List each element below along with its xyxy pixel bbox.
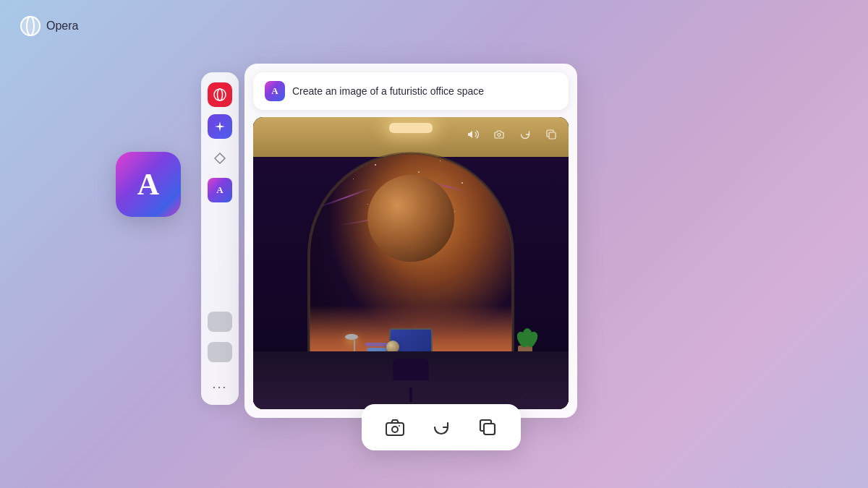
svg-point-4 [218, 89, 223, 100]
sidebar: A ··· [201, 72, 239, 405]
sidebar-item-aria[interactable] [208, 114, 232, 139]
sidebar-more-button[interactable]: ··· [212, 380, 227, 394]
opera-logo-area: Opera [20, 16, 78, 36]
arc-sidebar-letter: A [216, 184, 223, 196]
sidebar-item-arc[interactable]: A [208, 178, 232, 202]
diamond-icon [213, 152, 226, 165]
camera-top-icon [493, 129, 505, 140]
futuristic-scene [253, 117, 569, 409]
svg-rect-10 [484, 424, 495, 435]
svg-rect-7 [386, 423, 404, 435]
floating-toolbar [362, 404, 521, 450]
prompt-bar: A Create an image of a futuristic office… [253, 72, 569, 110]
refresh-float-icon [432, 418, 451, 437]
copy-top-button[interactable] [541, 124, 561, 145]
camera-float-icon [385, 417, 405, 437]
chat-window: A Create an image of a futuristic office… [244, 64, 577, 418]
arc-icon-large[interactable]: A [116, 152, 181, 217]
copy-top-icon [545, 129, 557, 140]
image-toolbar-top [463, 124, 561, 145]
refresh-float-button[interactable] [428, 414, 454, 440]
prompt-text: Create an image of a futuristic office s… [292, 85, 484, 97]
scene-ceiling-light [389, 123, 433, 133]
copy-float-button[interactable] [475, 414, 501, 440]
opera-sidebar-icon [213, 88, 226, 101]
opera-logo-icon [20, 16, 41, 36]
ai-generated-image [253, 117, 569, 409]
refresh-top-icon [519, 129, 531, 140]
sidebar-tab-group-2[interactable] [208, 342, 232, 362]
copy-float-icon [478, 418, 497, 437]
svg-point-5 [498, 134, 501, 137]
svg-point-9 [399, 425, 400, 427]
svg-point-3 [214, 89, 226, 100]
sidebar-item-opera[interactable] [208, 82, 232, 107]
aria-sparkle-icon [213, 120, 226, 133]
chair-silhouette [393, 359, 429, 402]
camera-top-button[interactable] [489, 124, 509, 145]
svg-rect-6 [549, 132, 556, 139]
opera-label: Opera [46, 20, 78, 33]
sidebar-item-diamond[interactable] [208, 146, 232, 171]
sidebar-tab-group-1[interactable] [208, 312, 232, 332]
svg-point-8 [392, 427, 398, 432]
prompt-avatar: A [265, 81, 285, 101]
volume-icon [467, 129, 479, 140]
prompt-avatar-letter: A [271, 85, 278, 97]
refresh-top-button[interactable] [515, 124, 535, 145]
arc-icon-letter: A [137, 167, 159, 202]
lamp-head [345, 334, 358, 340]
camera-float-button[interactable] [382, 414, 408, 440]
scene-planet [367, 175, 454, 262]
volume-button[interactable] [463, 124, 483, 145]
